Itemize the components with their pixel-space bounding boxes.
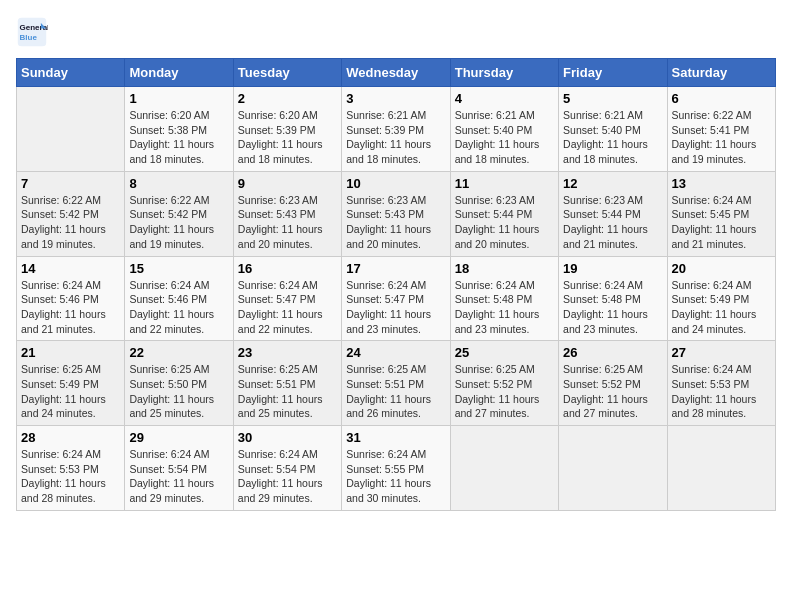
calendar-table: SundayMondayTuesdayWednesdayThursdayFrid… <box>16 58 776 511</box>
day-number: 1 <box>129 91 228 106</box>
day-number: 4 <box>455 91 554 106</box>
day-number: 9 <box>238 176 337 191</box>
calendar-cell: 15Sunrise: 6:24 AM Sunset: 5:46 PM Dayli… <box>125 256 233 341</box>
calendar-cell: 2Sunrise: 6:20 AM Sunset: 5:39 PM Daylig… <box>233 87 341 172</box>
calendar-cell: 25Sunrise: 6:25 AM Sunset: 5:52 PM Dayli… <box>450 341 558 426</box>
day-detail: Sunrise: 6:21 AM Sunset: 5:39 PM Dayligh… <box>346 108 445 167</box>
day-number: 21 <box>21 345 120 360</box>
day-detail: Sunrise: 6:21 AM Sunset: 5:40 PM Dayligh… <box>455 108 554 167</box>
day-number: 5 <box>563 91 662 106</box>
day-detail: Sunrise: 6:24 AM Sunset: 5:45 PM Dayligh… <box>672 193 771 252</box>
calendar-cell: 19Sunrise: 6:24 AM Sunset: 5:48 PM Dayli… <box>559 256 667 341</box>
day-detail: Sunrise: 6:25 AM Sunset: 5:52 PM Dayligh… <box>563 362 662 421</box>
day-detail: Sunrise: 6:24 AM Sunset: 5:54 PM Dayligh… <box>238 447 337 506</box>
day-number: 23 <box>238 345 337 360</box>
calendar-cell: 31Sunrise: 6:24 AM Sunset: 5:55 PM Dayli… <box>342 426 450 511</box>
calendar-cell: 11Sunrise: 6:23 AM Sunset: 5:44 PM Dayli… <box>450 171 558 256</box>
calendar-cell: 23Sunrise: 6:25 AM Sunset: 5:51 PM Dayli… <box>233 341 341 426</box>
day-number: 14 <box>21 261 120 276</box>
calendar-cell: 21Sunrise: 6:25 AM Sunset: 5:49 PM Dayli… <box>17 341 125 426</box>
day-detail: Sunrise: 6:22 AM Sunset: 5:42 PM Dayligh… <box>129 193 228 252</box>
day-number: 30 <box>238 430 337 445</box>
calendar-header: SundayMondayTuesdayWednesdayThursdayFrid… <box>17 59 776 87</box>
col-header-saturday: Saturday <box>667 59 775 87</box>
day-number: 27 <box>672 345 771 360</box>
col-header-sunday: Sunday <box>17 59 125 87</box>
day-detail: Sunrise: 6:24 AM Sunset: 5:47 PM Dayligh… <box>346 278 445 337</box>
calendar-cell: 22Sunrise: 6:25 AM Sunset: 5:50 PM Dayli… <box>125 341 233 426</box>
calendar-cell: 1Sunrise: 6:20 AM Sunset: 5:38 PM Daylig… <box>125 87 233 172</box>
calendar-cell: 17Sunrise: 6:24 AM Sunset: 5:47 PM Dayli… <box>342 256 450 341</box>
calendar-cell <box>17 87 125 172</box>
day-detail: Sunrise: 6:25 AM Sunset: 5:49 PM Dayligh… <box>21 362 120 421</box>
day-number: 10 <box>346 176 445 191</box>
day-detail: Sunrise: 6:25 AM Sunset: 5:52 PM Dayligh… <box>455 362 554 421</box>
calendar-row: 7Sunrise: 6:22 AM Sunset: 5:42 PM Daylig… <box>17 171 776 256</box>
calendar-cell: 14Sunrise: 6:24 AM Sunset: 5:46 PM Dayli… <box>17 256 125 341</box>
day-number: 12 <box>563 176 662 191</box>
calendar-row: 28Sunrise: 6:24 AM Sunset: 5:53 PM Dayli… <box>17 426 776 511</box>
day-detail: Sunrise: 6:24 AM Sunset: 5:53 PM Dayligh… <box>672 362 771 421</box>
day-detail: Sunrise: 6:24 AM Sunset: 5:48 PM Dayligh… <box>455 278 554 337</box>
calendar-body: 1Sunrise: 6:20 AM Sunset: 5:38 PM Daylig… <box>17 87 776 511</box>
col-header-monday: Monday <box>125 59 233 87</box>
col-header-friday: Friday <box>559 59 667 87</box>
calendar-cell: 7Sunrise: 6:22 AM Sunset: 5:42 PM Daylig… <box>17 171 125 256</box>
day-detail: Sunrise: 6:21 AM Sunset: 5:40 PM Dayligh… <box>563 108 662 167</box>
day-detail: Sunrise: 6:23 AM Sunset: 5:44 PM Dayligh… <box>563 193 662 252</box>
day-detail: Sunrise: 6:20 AM Sunset: 5:38 PM Dayligh… <box>129 108 228 167</box>
day-detail: Sunrise: 6:22 AM Sunset: 5:42 PM Dayligh… <box>21 193 120 252</box>
day-detail: Sunrise: 6:24 AM Sunset: 5:46 PM Dayligh… <box>21 278 120 337</box>
day-number: 20 <box>672 261 771 276</box>
day-detail: Sunrise: 6:25 AM Sunset: 5:50 PM Dayligh… <box>129 362 228 421</box>
calendar-cell: 18Sunrise: 6:24 AM Sunset: 5:48 PM Dayli… <box>450 256 558 341</box>
day-detail: Sunrise: 6:24 AM Sunset: 5:54 PM Dayligh… <box>129 447 228 506</box>
day-detail: Sunrise: 6:25 AM Sunset: 5:51 PM Dayligh… <box>238 362 337 421</box>
calendar-row: 1Sunrise: 6:20 AM Sunset: 5:38 PM Daylig… <box>17 87 776 172</box>
day-detail: Sunrise: 6:25 AM Sunset: 5:51 PM Dayligh… <box>346 362 445 421</box>
day-detail: Sunrise: 6:23 AM Sunset: 5:43 PM Dayligh… <box>346 193 445 252</box>
calendar-cell: 5Sunrise: 6:21 AM Sunset: 5:40 PM Daylig… <box>559 87 667 172</box>
calendar-row: 14Sunrise: 6:24 AM Sunset: 5:46 PM Dayli… <box>17 256 776 341</box>
day-detail: Sunrise: 6:23 AM Sunset: 5:44 PM Dayligh… <box>455 193 554 252</box>
page-header: General Blue <box>16 16 776 48</box>
calendar-cell <box>450 426 558 511</box>
calendar-cell: 24Sunrise: 6:25 AM Sunset: 5:51 PM Dayli… <box>342 341 450 426</box>
day-number: 8 <box>129 176 228 191</box>
day-number: 13 <box>672 176 771 191</box>
day-detail: Sunrise: 6:24 AM Sunset: 5:49 PM Dayligh… <box>672 278 771 337</box>
day-number: 17 <box>346 261 445 276</box>
day-number: 16 <box>238 261 337 276</box>
calendar-cell: 30Sunrise: 6:24 AM Sunset: 5:54 PM Dayli… <box>233 426 341 511</box>
day-detail: Sunrise: 6:24 AM Sunset: 5:55 PM Dayligh… <box>346 447 445 506</box>
calendar-cell: 29Sunrise: 6:24 AM Sunset: 5:54 PM Dayli… <box>125 426 233 511</box>
day-number: 2 <box>238 91 337 106</box>
calendar-cell <box>667 426 775 511</box>
calendar-cell: 20Sunrise: 6:24 AM Sunset: 5:49 PM Dayli… <box>667 256 775 341</box>
logo-icon: General Blue <box>16 16 48 48</box>
col-header-wednesday: Wednesday <box>342 59 450 87</box>
calendar-cell: 9Sunrise: 6:23 AM Sunset: 5:43 PM Daylig… <box>233 171 341 256</box>
col-header-thursday: Thursday <box>450 59 558 87</box>
header-row: SundayMondayTuesdayWednesdayThursdayFrid… <box>17 59 776 87</box>
day-detail: Sunrise: 6:24 AM Sunset: 5:53 PM Dayligh… <box>21 447 120 506</box>
logo: General Blue <box>16 16 52 48</box>
day-number: 25 <box>455 345 554 360</box>
calendar-cell: 3Sunrise: 6:21 AM Sunset: 5:39 PM Daylig… <box>342 87 450 172</box>
day-number: 29 <box>129 430 228 445</box>
calendar-cell: 6Sunrise: 6:22 AM Sunset: 5:41 PM Daylig… <box>667 87 775 172</box>
day-number: 19 <box>563 261 662 276</box>
day-number: 24 <box>346 345 445 360</box>
day-detail: Sunrise: 6:23 AM Sunset: 5:43 PM Dayligh… <box>238 193 337 252</box>
col-header-tuesday: Tuesday <box>233 59 341 87</box>
calendar-cell: 27Sunrise: 6:24 AM Sunset: 5:53 PM Dayli… <box>667 341 775 426</box>
calendar-cell: 8Sunrise: 6:22 AM Sunset: 5:42 PM Daylig… <box>125 171 233 256</box>
day-detail: Sunrise: 6:20 AM Sunset: 5:39 PM Dayligh… <box>238 108 337 167</box>
day-detail: Sunrise: 6:24 AM Sunset: 5:47 PM Dayligh… <box>238 278 337 337</box>
day-number: 22 <box>129 345 228 360</box>
day-detail: Sunrise: 6:24 AM Sunset: 5:46 PM Dayligh… <box>129 278 228 337</box>
calendar-cell: 13Sunrise: 6:24 AM Sunset: 5:45 PM Dayli… <box>667 171 775 256</box>
day-number: 3 <box>346 91 445 106</box>
calendar-cell: 16Sunrise: 6:24 AM Sunset: 5:47 PM Dayli… <box>233 256 341 341</box>
day-number: 26 <box>563 345 662 360</box>
